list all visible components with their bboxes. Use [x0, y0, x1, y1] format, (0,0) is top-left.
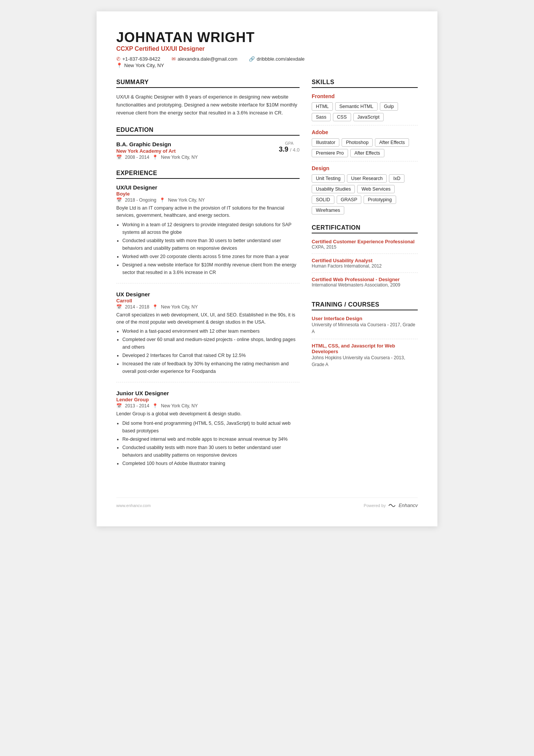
certification-title: CERTIFICATION: [312, 224, 418, 233]
training-title: TRAINING / COURSES: [312, 301, 418, 310]
skill-tag: Photoshop: [342, 138, 373, 147]
training-detail: Johns Hopkins University via Coursera - …: [312, 354, 418, 368]
skill-tag: Illustrator: [312, 138, 339, 147]
skills-tags: Unit TestingUser ResearchIxDUsability St…: [312, 174, 418, 214]
skills-tags: IllustratorPhotoshopAfter EffectsPremier…: [312, 138, 418, 157]
skill-tag: Web Services: [357, 185, 395, 193]
skills-category-1: Adobe IllustratorPhotoshopAfter EffectsP…: [312, 129, 418, 157]
skill-tag: JavaScript: [353, 113, 384, 121]
skills-divider: [312, 125, 418, 125]
training-block-1: HTML, CSS, and Javascript for Web Develo…: [312, 343, 418, 372]
exp-desc: Lender Group is a global web development…: [116, 410, 300, 418]
skills-divider: [312, 161, 418, 161]
skills-category-2: Design Unit TestingUser ResearchIxDUsabi…: [312, 165, 418, 214]
exp-block-1: UX Designer Carroll 📅 2014 - 2018 📍 New …: [116, 291, 300, 383]
link-icon: 🔗: [249, 56, 255, 62]
location-icon: 📍: [116, 63, 122, 68]
exp-loc-icon: 📍: [159, 197, 165, 203]
cert-detail: CXPA, 2015: [312, 244, 418, 250]
contact-row-2: 📍 New York City, NY: [116, 63, 418, 68]
training-list: User Interface Design University of Minn…: [312, 316, 418, 372]
skill-tag: CSS: [333, 113, 351, 121]
footer-brand: Powered by Enhancv: [364, 502, 418, 508]
certification-section: CERTIFICATION Certified Customer Experie…: [312, 224, 418, 291]
training-detail: University of Minnesota via Coursera - 2…: [312, 321, 418, 335]
skill-category-name: Frontend: [312, 93, 418, 99]
resume-page: JOHNATAN WRIGHT CCXP Certified UX/UI Des…: [97, 11, 437, 526]
skill-tag: Prototyping: [364, 196, 396, 204]
candidate-name: JOHNATAN WRIGHT: [116, 30, 418, 45]
skills-tags: HTMLSemantic HTMLGulpSassCSSJavaScript: [312, 102, 418, 121]
exp-block-0: UX/UI Designer Boyle 📅 2018 - Ongoing 📍 …: [116, 184, 300, 283]
edu-left: B.A. Graphic Design New York Academy of …: [116, 141, 198, 160]
gpa-outof: / 4.0: [290, 147, 300, 153]
training-name: User Interface Design: [312, 316, 418, 321]
exp-desc: Boyle Ltd is an IT company active in the…: [116, 205, 300, 219]
exp-years: 2014 - 2018: [125, 304, 149, 310]
exp-meta: 📅 2014 - 2018 📍 New York City, NY: [116, 304, 300, 310]
left-column: SUMMARY UX/UI & Graphic Designer with 8 …: [116, 79, 300, 484]
main-content: SUMMARY UX/UI & Graphic Designer with 8 …: [116, 79, 418, 484]
enhancv-logo-icon: [388, 503, 396, 508]
gpa-value: 3.9: [279, 146, 288, 153]
exp-job-title: Junior UX Designer: [116, 390, 300, 396]
edu-degree: B.A. Graphic Design: [116, 141, 198, 147]
exp-bullet: Did some front-end programming (HTML 5, …: [122, 419, 300, 435]
skills-title: SKILLS: [312, 79, 418, 88]
exp-bullet: Completed 100 hours of Adobe Illustrator…: [122, 460, 300, 467]
skill-tag: SOLID: [312, 196, 334, 204]
gpa-block: GPA 3.9 / 4.0: [279, 141, 300, 153]
exp-job-title: UX/UI Designer: [116, 184, 300, 191]
exp-bullet: Conducted usability tests with more than…: [122, 237, 300, 252]
exp-cal-icon: 📅: [116, 197, 122, 203]
cert-detail: International Webmasters Association, 20…: [312, 282, 418, 288]
summary-title: SUMMARY: [116, 79, 300, 88]
header: JOHNATAN WRIGHT CCXP Certified UX/UI Des…: [116, 30, 418, 68]
exp-cal-icon: 📅: [116, 304, 122, 310]
edu-years: 2008 - 2014: [125, 155, 149, 160]
skill-tag: Unit Testing: [312, 174, 345, 183]
exp-company: Boyle: [116, 191, 300, 197]
phone-number: +1-837-639-8422: [122, 56, 160, 62]
skill-category-name: Design: [312, 165, 418, 171]
skill-category-name: Adobe: [312, 129, 418, 135]
exp-bullet: Working in a team of 12 designers to pro…: [122, 221, 300, 236]
skills-section: SKILLS Frontend HTMLSemantic HTMLGulpSas…: [312, 79, 418, 214]
brand-name: Enhancv: [398, 502, 418, 508]
email-address: alexandra.dale@gmail.com: [178, 56, 237, 62]
right-column: SKILLS Frontend HTMLSemantic HTMLGulpSas…: [312, 79, 418, 484]
footer: www.enhancv.com Powered by Enhancv: [116, 498, 418, 508]
experience-title: EXPERIENCE: [116, 170, 300, 179]
gpa-label: GPA: [279, 141, 300, 146]
training-name: HTML, CSS, and Javascript for Web Develo…: [312, 343, 418, 354]
contact-row-1: ✆ +1-837-639-8422 ✉ alexandra.dale@gmail…: [116, 56, 418, 62]
email-contact: ✉ alexandra.dale@gmail.com: [172, 56, 237, 62]
email-icon: ✉: [172, 56, 176, 62]
education-block: B.A. Graphic Design New York Academy of …: [116, 141, 300, 160]
training-section: TRAINING / COURSES User Interface Design…: [312, 301, 418, 372]
exp-bullet: Worked with over 20 corporate clients ac…: [122, 253, 300, 260]
cert-detail: Human Factors International, 2012: [312, 263, 418, 269]
exp-meta: 📅 2018 - Ongoing 📍 New York City, NY: [116, 197, 300, 203]
skill-tag: Usability Studies: [312, 185, 355, 193]
experience-list: UX/UI Designer Boyle 📅 2018 - Ongoing 📍 …: [116, 184, 300, 474]
exp-block-2: Junior UX Designer Lender Group 📅 2013 -…: [116, 390, 300, 474]
exp-bullet: Designed a new website interface for $10…: [122, 261, 300, 276]
exp-bullet: Worked in a fast-paced environment with …: [122, 327, 300, 335]
exp-loc-icon: 📍: [152, 403, 158, 409]
exp-years: 2018 - Ongoing: [125, 197, 156, 203]
powered-by-label: Powered by: [364, 503, 386, 508]
cert-block-0: Certified Customer Experience Profession…: [312, 239, 418, 254]
exp-cal-icon: 📅: [116, 403, 122, 409]
exp-location: New York City, NY: [161, 304, 198, 310]
skill-tag: Semantic HTML: [335, 102, 378, 111]
exp-years: 2013 - 2014: [125, 403, 149, 409]
cert-block-2: Certified Web Professional - Designer In…: [312, 277, 418, 291]
skill-tag: GRASP: [337, 196, 362, 204]
cert-name: Certified Web Professional - Designer: [312, 277, 418, 282]
exp-location: New York City, NY: [168, 197, 205, 203]
skill-tag: Gulp: [380, 102, 398, 111]
edu-school: New York Academy of Art: [116, 148, 198, 154]
skill-tag: Premiere Pro: [312, 149, 348, 157]
exp-bullets: Did some front-end programming (HTML 5, …: [116, 419, 300, 467]
